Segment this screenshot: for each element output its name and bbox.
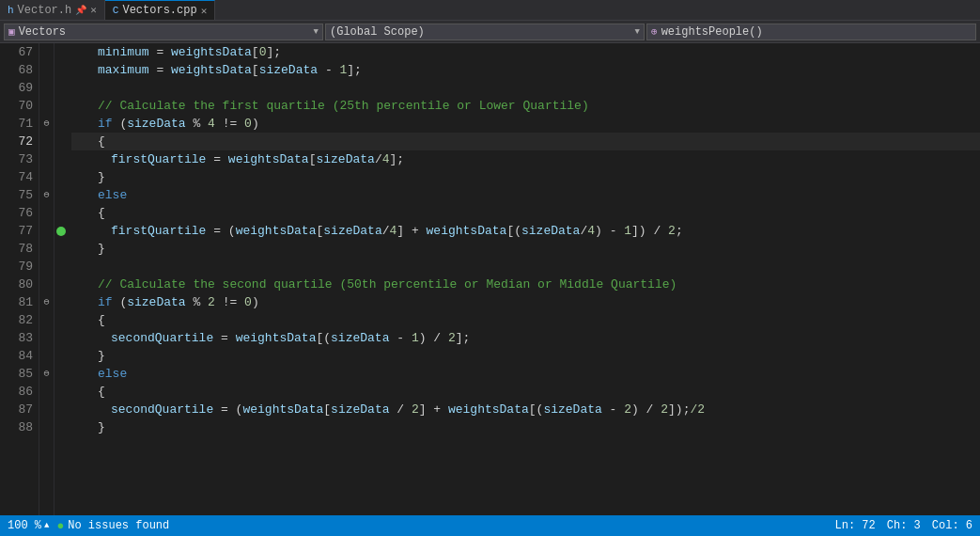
code-line-82: {	[71, 311, 980, 329]
indicator-column	[54, 43, 68, 515]
indicator-87	[54, 401, 68, 418]
code-line-79	[71, 258, 980, 276]
token-plain: (	[113, 115, 128, 133]
indicator-70	[54, 97, 68, 115]
cpp-file-icon: C	[113, 5, 119, 16]
status-left: 100 % ▲ ● No issues found	[8, 519, 169, 533]
function-dropdown[interactable]: ⊕ weightsPeople()	[646, 24, 976, 40]
line-num-72: 72	[6, 133, 33, 150]
ok-icon: ●	[56, 519, 64, 533]
code-line-74: }	[71, 168, 980, 186]
fold-80	[39, 276, 54, 293]
code-line-81: if (sizeData % 2 != 0)	[71, 293, 980, 311]
close-vector-h[interactable]: ✕	[90, 4, 97, 16]
token-var: weightsData	[427, 222, 507, 240]
fold-69	[39, 79, 54, 97]
token-var: firstQuartile	[111, 150, 206, 168]
indicator-76	[54, 204, 68, 222]
indicator-79	[54, 258, 68, 276]
line-num-68: 68	[6, 61, 33, 79]
line-num-71: 71	[6, 115, 33, 133]
line-num-87: 87	[6, 401, 33, 418]
indicator-83	[54, 329, 68, 347]
global-scope-arrow: ▼	[635, 27, 640, 37]
fold-72	[39, 133, 54, 150]
fold-81[interactable]: ⊖	[39, 293, 54, 311]
token-kw: if	[98, 115, 113, 133]
token-punct: [	[316, 222, 323, 240]
fold-71[interactable]: ⊖	[39, 115, 54, 133]
zoom-control[interactable]: 100 % ▲	[8, 519, 49, 532]
tab-vectors-cpp[interactable]: C Vectors.cpp ✕	[105, 0, 215, 20]
token-punct: /	[375, 150, 382, 168]
scope-dropdown[interactable]: ▣ Vectors ▼	[4, 24, 323, 40]
token-var: weightsData	[448, 401, 529, 418]
token-var: maximum	[98, 61, 149, 79]
line-num-84: 84	[6, 347, 33, 365]
indicator-78	[54, 240, 68, 258]
token-num: 4	[390, 222, 397, 240]
line-num-83: 83	[6, 329, 33, 347]
fold-75[interactable]: ⊖	[39, 186, 54, 204]
token-num: 0	[244, 293, 252, 311]
token-var: sizeData	[316, 150, 374, 168]
global-scope-dropdown[interactable]: (Global Scope) ▼	[325, 24, 645, 40]
tabs-bar: h Vector.h 📌 ✕ C Vectors.cpp ✕	[0, 0, 980, 21]
line-num-69: 69	[6, 79, 33, 97]
token-var: sizeData	[521, 222, 580, 240]
fold-85[interactable]: ⊖	[39, 365, 54, 383]
line-num-85: 85	[6, 365, 33, 383]
indicator-68	[54, 61, 68, 79]
indicator-71	[54, 115, 68, 133]
line-num-74: 74	[6, 168, 33, 186]
code-editor[interactable]: minimum = weightsData[0];maximum = weigh…	[68, 43, 980, 515]
indicator-88	[54, 418, 68, 436]
tab-vector-h[interactable]: h Vector.h 📌 ✕	[0, 0, 105, 20]
token-punct: ]);	[668, 401, 690, 418]
close-vectors-cpp[interactable]: ✕	[201, 5, 208, 17]
zoom-value: 100 %	[8, 519, 41, 532]
token-kw: else	[98, 365, 127, 383]
code-line-76: {	[71, 204, 980, 222]
line-num-77: 77	[6, 222, 33, 240]
col-status: Col: 6	[932, 519, 972, 532]
fold-82	[39, 311, 54, 329]
fold-77	[39, 222, 54, 240]
breakpoint-dot-77	[56, 227, 66, 236]
indicator-74	[54, 168, 68, 186]
token-punct: ]	[397, 222, 404, 240]
token-punct: {	[98, 204, 105, 222]
indicator-82	[54, 311, 68, 329]
indicator-86	[54, 383, 68, 401]
line-num-80: 80	[6, 276, 33, 293]
fold-87	[39, 401, 54, 418]
token-var: secondQuartile	[111, 401, 213, 418]
token-num: 2	[668, 222, 676, 240]
token-var: sizeData	[331, 401, 389, 418]
token-plain: )	[252, 115, 259, 133]
token-punct: }	[98, 168, 105, 186]
token-punct: /	[580, 222, 587, 240]
status-text: No issues found	[68, 519, 169, 532]
token-plain: = (	[206, 222, 235, 240]
token-plain: +	[404, 222, 426, 240]
token-punct: [	[309, 150, 317, 168]
line-num-76: 76	[6, 204, 33, 222]
function-icon: ⊕	[651, 25, 658, 38]
token-punct: [	[252, 61, 259, 79]
indicator-85	[54, 365, 68, 383]
code-line-71: if (sizeData % 4 != 0)	[71, 115, 980, 133]
token-plain: %	[186, 293, 208, 311]
status-right: Ln: 72 Ch: 3 Col: 6	[835, 519, 972, 532]
code-line-75: else	[71, 186, 980, 204]
token-punct: ]	[419, 401, 427, 418]
token-punct: ];	[347, 61, 362, 79]
token-var: weightsData	[236, 222, 317, 240]
fold-column: ⊖⊖⊖⊖	[39, 43, 54, 515]
line-num-78: 78	[6, 240, 33, 258]
code-line-77: firstQuartile = (weightsData[sizeData/4]…	[71, 222, 980, 240]
indicator-77	[54, 222, 68, 240]
token-var: sizeData	[543, 401, 601, 418]
token-punct: ];	[390, 150, 405, 168]
token-plain: =	[213, 329, 235, 347]
